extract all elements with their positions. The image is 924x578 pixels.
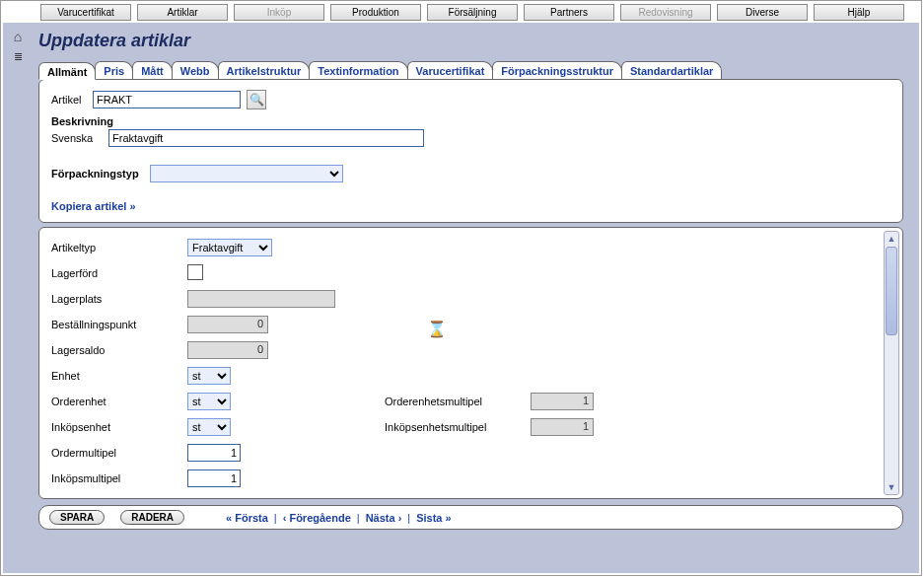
artikel-input[interactable] bbox=[93, 91, 241, 108]
topnav-varucertifikat[interactable]: Varucertifikat bbox=[40, 4, 131, 21]
delete-button[interactable]: RADERA bbox=[120, 510, 184, 525]
artikeltyp-select[interactable]: Fraktavgift bbox=[187, 239, 272, 256]
scrollbar[interactable]: ▲ ▼ bbox=[884, 231, 899, 495]
orderenhetsmultipel-field: 1 bbox=[531, 393, 594, 410]
inkopsenhetsmultipel-field: 1 bbox=[531, 418, 594, 436]
topnav-redovisning: Redovisning bbox=[620, 4, 711, 21]
topnav-produktion[interactable]: Produktion bbox=[330, 4, 421, 21]
tab-matt[interactable]: Mått bbox=[132, 61, 173, 79]
topnav-diverse[interactable]: Diverse bbox=[717, 4, 808, 21]
ordermultipel-input[interactable] bbox=[187, 444, 241, 462]
tab-textinformation[interactable]: Textinformation bbox=[309, 61, 407, 79]
list-icon[interactable]: ≣ bbox=[14, 50, 22, 63]
lagerford-label: Lagerförd bbox=[51, 267, 179, 279]
tab-artikelstruktur[interactable]: Artikelstruktur bbox=[218, 61, 311, 79]
inkopsmultipel-label: Inköpsmultipel bbox=[51, 472, 179, 484]
topnav-forsaljning[interactable]: Försäljning bbox=[427, 4, 518, 21]
lagerplats-field bbox=[187, 290, 335, 308]
pager-first[interactable]: « Första bbox=[226, 512, 268, 524]
inkopsenhetsmultipel-label: Inköpsenhetsmultipel bbox=[385, 421, 523, 433]
pager-sep: | bbox=[274, 512, 277, 524]
scroll-up-icon[interactable]: ▲ bbox=[885, 232, 898, 246]
topnav-hjalp[interactable]: Hjälp bbox=[814, 4, 904, 21]
pager-next[interactable]: Nästa › bbox=[366, 512, 402, 524]
tab-forpackningsstruktur[interactable]: Förpackningsstruktur bbox=[492, 61, 622, 79]
top-menu: Varucertifikat Artiklar Inköp Produktion… bbox=[1, 1, 921, 21]
topnav-partners[interactable]: Partners bbox=[524, 4, 614, 21]
enhet-label: Enhet bbox=[51, 370, 179, 382]
save-button[interactable]: SPARA bbox=[49, 510, 105, 525]
tab-varucertifikat[interactable]: Varucertifikat bbox=[407, 61, 494, 79]
tab-allmant[interactable]: Allmänt bbox=[38, 62, 96, 80]
tab-pris[interactable]: Pris bbox=[95, 61, 133, 79]
pager-prev[interactable]: ‹ Föregående bbox=[283, 512, 351, 524]
lagersaldo-label: Lagersaldo bbox=[51, 344, 179, 356]
tab-webb[interactable]: Webb bbox=[172, 61, 219, 79]
forpackningstyp-select[interactable] bbox=[150, 165, 343, 182]
home-icon[interactable]: ⌂ bbox=[14, 29, 22, 44]
forpackningstyp-label: Förpackningstyp bbox=[51, 168, 150, 180]
scroll-down-icon[interactable]: ▼ bbox=[885, 480, 898, 494]
svenska-label: Svenska bbox=[51, 132, 108, 144]
bestallningspunkt-label: Beställningspunkt bbox=[51, 319, 179, 330]
enhet-select[interactable]: st bbox=[187, 367, 231, 385]
pager-sep: | bbox=[357, 512, 360, 524]
copy-article-link[interactable]: Kopiera artikel » bbox=[51, 200, 136, 212]
inkopsenhet-select[interactable]: st bbox=[187, 418, 231, 436]
tab-standardartiklar[interactable]: Standardartiklar bbox=[621, 61, 722, 79]
lagerplats-label: Lagerplats bbox=[51, 293, 179, 305]
sidebar: ⌂ ≣ bbox=[3, 23, 33, 573]
orderenhet-label: Orderenhet bbox=[51, 396, 179, 407]
lagerford-checkbox[interactable] bbox=[187, 264, 203, 280]
beskrivning-heading: Beskrivning bbox=[51, 115, 890, 127]
pager: SPARA RADERA « Första | ‹ Föregående | N… bbox=[38, 505, 903, 530]
pager-last[interactable]: Sista » bbox=[416, 512, 451, 524]
inkopsenhet-label: Inköpsenhet bbox=[51, 421, 179, 433]
search-icon: 🔍 bbox=[249, 93, 264, 107]
ordermultipel-label: Ordermultipel bbox=[51, 447, 179, 459]
form-tabs: Allmänt Pris Mått Webb Artikelstruktur T… bbox=[38, 61, 909, 79]
topnav-inkop: Inköp bbox=[234, 4, 324, 21]
artikel-lookup-button[interactable]: 🔍 bbox=[247, 90, 266, 109]
artikeltyp-label: Artikeltyp bbox=[51, 242, 179, 253]
topnav-artiklar[interactable]: Artiklar bbox=[137, 4, 228, 21]
orderenhet-select[interactable]: st bbox=[187, 393, 231, 410]
scroll-thumb[interactable] bbox=[886, 247, 897, 335]
inkopsmultipel-input[interactable] bbox=[187, 470, 241, 487]
artikel-label: Artikel bbox=[51, 94, 93, 106]
lagersaldo-field: 0 bbox=[187, 341, 268, 359]
bestallningspunkt-field: 0 bbox=[187, 316, 268, 333]
orderenhetsmultipel-label: Orderenhetsmultipel bbox=[385, 396, 523, 407]
pager-sep: | bbox=[407, 512, 410, 524]
svenska-input[interactable] bbox=[108, 129, 424, 147]
page-title: Uppdatera artiklar bbox=[38, 31, 909, 51]
hourglass-icon: ⌛ bbox=[427, 320, 447, 338]
